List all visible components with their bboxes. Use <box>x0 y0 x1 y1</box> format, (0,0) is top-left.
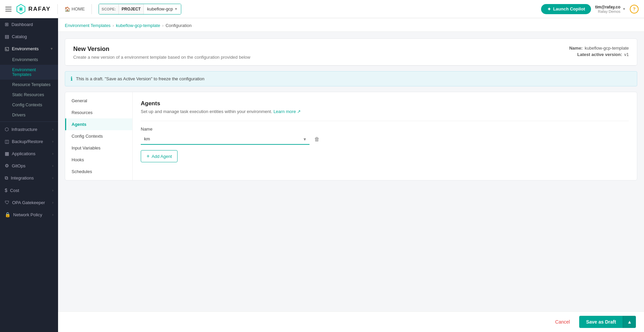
sidebar-item-gitops[interactable]: ⚙ GitOps › <box>0 160 58 172</box>
left-nav-config-contexts[interactable]: Config Contexts <box>65 130 132 142</box>
agent-name-select-wrapper: km ▼ <box>141 134 310 145</box>
cancel-button[interactable]: Cancel <box>550 316 575 327</box>
hamburger-menu[interactable] <box>5 7 11 11</box>
page-header-card: New Version Create a new version of a en… <box>65 38 637 66</box>
gitops-arrow-icon: › <box>52 164 53 168</box>
sidebar-item-opa-gatekeeper[interactable]: 🛡 OPA Gatekeeper › <box>0 196 58 209</box>
content-area: Environment Templates › kubeflow-gcp-tem… <box>58 18 644 332</box>
help-button[interactable]: ? <box>630 5 639 13</box>
card-header: New Version Create a new version of a en… <box>65 39 637 65</box>
user-area[interactable]: tim@rafay.co Rafay Demos ▼ <box>595 5 626 13</box>
page-content: New Version Create a new version of a en… <box>58 32 644 311</box>
sidebar-item-network-policy[interactable]: 🔒 Network Policy › <box>0 209 58 221</box>
scope-value-text: kubeflow-gcp <box>147 6 173 11</box>
save-draft-dropdown-button[interactable]: ▲ <box>623 316 636 328</box>
logo-text: RAFAY <box>28 6 51 12</box>
cost-icon: $ <box>5 188 7 193</box>
backup-icon: ◫ <box>5 139 9 144</box>
sidebar-sub-drivers[interactable]: Drivers <box>0 110 58 120</box>
name-label-text: Name <box>141 127 629 132</box>
scope-label: SCOPE: <box>99 4 118 14</box>
learn-more-label: Learn more ↗ <box>273 109 301 114</box>
sidebar-item-catalog[interactable]: ▤ Catalog <box>0 30 58 43</box>
left-nav-resources[interactable]: Resources <box>65 107 132 118</box>
catalog-icon: ▤ <box>5 34 9 39</box>
top-header: RAFAY 🏠 HOME SCOPE: PROJECT kubeflow-gcp… <box>0 0 644 18</box>
sidebar-item-label: Infrastructure <box>11 127 50 132</box>
save-draft-button[interactable]: Save as Draft <box>579 316 623 328</box>
sidebar-item-cost[interactable]: $ Cost › <box>0 184 58 196</box>
logo: RAFAY <box>16 4 51 15</box>
page-title: New Version <box>73 46 250 53</box>
launch-copilot-button[interactable]: ✦ Launch Copilot <box>541 4 591 14</box>
network-policy-arrow-icon: › <box>52 213 53 217</box>
left-nav-agents[interactable]: Agents <box>65 118 132 130</box>
sidebar-item-environments[interactable]: ◱ Environments ▼ <box>0 43 58 55</box>
scope-value[interactable]: kubeflow-gcp ▼ <box>144 4 181 14</box>
sidebar-item-label: Integrations <box>11 175 50 181</box>
sidebar-item-infrastructure[interactable]: ⬡ Infrastructure › <box>0 123 58 135</box>
sidebar-item-backup-restore[interactable]: ◫ Backup/Restore › <box>0 135 58 147</box>
agents-subtitle-text: Set up and manage task execution entitie… <box>141 109 272 114</box>
delete-agent-button[interactable]: 🗑 <box>313 135 321 144</box>
left-nav-schedules[interactable]: Schedules <box>65 166 132 177</box>
meta-version-row: Latest active version: v1 <box>569 52 629 57</box>
meta-version-value: v1 <box>624 52 629 57</box>
sidebar-item-label: Backup/Restore <box>12 139 50 144</box>
help-label: ? <box>633 6 636 11</box>
two-panel: General Resources Agents Config Contexts… <box>65 92 637 181</box>
info-banner: ℹ This is a draft. "Save as Active Versi… <box>65 71 637 86</box>
user-org: Rafay Demos <box>595 9 620 13</box>
scope-badge[interactable]: SCOPE: PROJECT kubeflow-gcp ▼ <box>99 4 181 15</box>
cost-arrow-icon: › <box>52 189 53 192</box>
section-divider <box>141 121 629 121</box>
infrastructure-arrow-icon: › <box>52 128 53 131</box>
sidebar-item-applications[interactable]: ▦ Applications › <box>0 147 58 160</box>
breadcrumb-template-name[interactable]: kubeflow-gcp-template <box>116 23 160 28</box>
sidebar-item-label: Dashboard <box>11 22 53 27</box>
gitops-icon: ⚙ <box>5 163 9 168</box>
save-draft-button-group: Save as Draft ▲ <box>579 316 636 328</box>
agent-name-select[interactable]: km <box>141 134 310 145</box>
sidebar-item-dashboard[interactable]: ⊞ Dashboard <box>0 18 58 30</box>
sidebar-sub-resource-templates[interactable]: Resource Templates <box>0 80 58 90</box>
dashboard-icon: ⊞ <box>5 22 9 27</box>
left-nav-input-variables[interactable]: Input Variables <box>65 142 132 154</box>
sidebar-item-integrations[interactable]: ⧉ Integrations › <box>0 172 58 184</box>
user-chevron-icon: ▼ <box>622 7 626 11</box>
sidebar-sub-environment-templates[interactable]: Environment Templates <box>0 65 58 80</box>
scope-chevron-icon: ▼ <box>175 7 178 11</box>
sidebar-item-label: Network Policy <box>13 212 50 217</box>
infrastructure-icon: ⬡ <box>5 127 9 132</box>
left-nav-hooks[interactable]: Hooks <box>65 154 132 166</box>
learn-more-link[interactable]: Learn more ↗ <box>273 109 301 114</box>
breadcrumb-sep-2: › <box>162 23 163 28</box>
sidebar-sub-config-contexts[interactable]: Config Contexts <box>0 100 58 110</box>
right-panel: Agents Set up and manage task execution … <box>133 92 637 180</box>
environments-icon: ◱ <box>5 46 9 51</box>
page-subtitle: Create a new version of a environment te… <box>73 55 250 60</box>
breadcrumb-current: Configuration <box>165 23 191 28</box>
add-agent-button[interactable]: + Add Agent <box>141 150 178 162</box>
sidebar-sub-static-resources[interactable]: Static Resources <box>0 90 58 100</box>
info-banner-text: This is a draft. "Save as Active Version… <box>76 76 205 81</box>
integrations-icon: ⧉ <box>5 175 8 181</box>
meta-name-label: Name: <box>569 46 583 51</box>
sidebar: ⊞ Dashboard ▤ Catalog ◱ Environments ▼ E… <box>0 18 58 332</box>
network-policy-icon: 🔒 <box>5 212 10 217</box>
left-nav-general[interactable]: General <box>65 95 132 107</box>
sidebar-item-label: GitOps <box>12 163 50 168</box>
sidebar-item-label: Applications <box>12 151 50 156</box>
breadcrumb-environment-templates[interactable]: Environment Templates <box>65 23 111 28</box>
meta-version-label: Latest active version: <box>577 52 622 57</box>
sidebar-sub-environments[interactable]: Environments <box>0 55 58 65</box>
sidebar-item-label: Cost <box>10 188 50 193</box>
scope-type: PROJECT <box>118 4 144 14</box>
info-icon: ℹ <box>71 76 73 82</box>
sidebar-item-label: OPA Gatekeeper <box>12 200 50 205</box>
applications-arrow-icon: › <box>52 152 53 156</box>
home-link[interactable]: 🏠 HOME <box>64 6 85 12</box>
sidebar-divider <box>0 121 58 122</box>
breadcrumb: Environment Templates › kubeflow-gcp-tem… <box>58 18 644 32</box>
add-agent-label: Add Agent <box>152 154 172 159</box>
